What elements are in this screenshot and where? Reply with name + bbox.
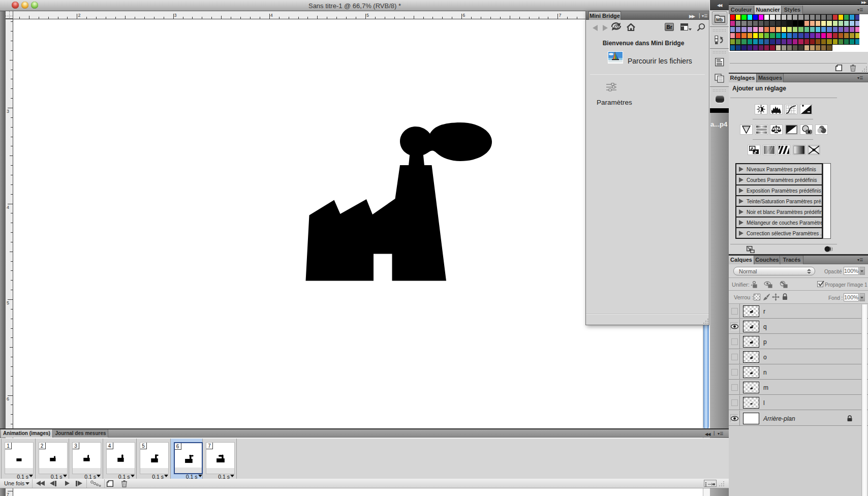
svg-text:Mb: Mb — [716, 17, 723, 22]
